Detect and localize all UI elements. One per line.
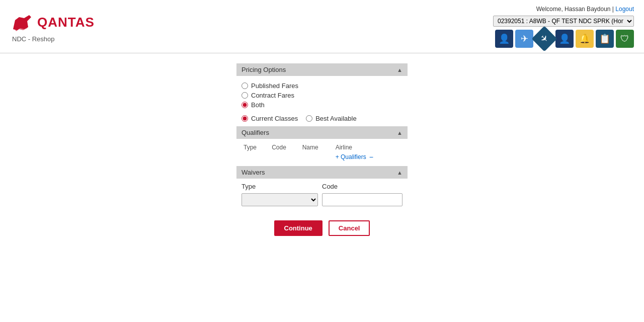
- nav-star-icon[interactable]: ✈: [515, 30, 533, 48]
- waiver-code-input[interactable]: [322, 193, 403, 206]
- nav-person-icon[interactable]: 👤: [495, 30, 513, 48]
- qualifiers-table: Type Code Name Airline + Qualifiers: [242, 143, 403, 162]
- header: QANTAS NDC - Reshop Welcome, Hassan Bayd…: [0, 0, 644, 53]
- header-right: Welcome, Hassan Baydoun | Logout 0239205…: [493, 5, 634, 48]
- contract-fares-radio[interactable]: [242, 92, 248, 99]
- add-qualifier-link[interactable]: + Qualifiers: [336, 153, 366, 160]
- nav-book-icon[interactable]: 📋: [596, 30, 614, 48]
- welcome-text: Welcome, Hassan Baydoun | Logout: [536, 6, 634, 13]
- pricing-options-label: Pricing Options: [242, 66, 286, 73]
- waivers-type-label: Type: [242, 183, 322, 190]
- qualifiers-header[interactable]: Qualifiers ▲: [236, 126, 408, 139]
- current-classes-label: Current Classes: [251, 115, 298, 122]
- current-classes-option[interactable]: Current Classes: [242, 115, 298, 122]
- nav-bell-icon[interactable]: 🔔: [576, 30, 594, 48]
- button-row: Continue Cancel: [236, 220, 408, 236]
- waivers-arrow: ▲: [397, 170, 403, 176]
- nav-person2-icon[interactable]: 👤: [555, 30, 574, 48]
- classes-radio-group: Current Classes Best Available: [242, 115, 403, 122]
- published-fares-label: Published Fares: [251, 82, 298, 90]
- kangaroo-icon: [10, 10, 34, 34]
- pricing-options-header[interactable]: Pricing Options ▲: [236, 63, 408, 76]
- best-available-radio[interactable]: [306, 115, 312, 122]
- logout-link[interactable]: Logout: [615, 6, 634, 13]
- current-classes-radio[interactable]: [242, 115, 248, 122]
- form-container: Pricing Options ▲ Published Fares Contra…: [236, 63, 408, 236]
- both-fares-label: Both: [251, 101, 265, 109]
- continue-button[interactable]: Continue: [274, 220, 323, 236]
- col-airline: Airline: [334, 143, 403, 152]
- waivers-form: Type Code: [242, 183, 403, 206]
- account-select[interactable]: 02392051 : A8WB - QF TEST NDC SPRK (Home…: [493, 16, 634, 27]
- qualifiers-header-row: Type Code Name Airline: [242, 143, 403, 152]
- logo-text: QANTAS: [37, 15, 95, 30]
- both-fares-radio[interactable]: [242, 102, 248, 108]
- waivers-labels: Type Code: [242, 183, 403, 190]
- waivers-header[interactable]: Waivers ▲: [236, 166, 408, 179]
- col-name: Name: [300, 143, 334, 152]
- pricing-options-body: Published Fares Contract Fares Both Curr…: [236, 76, 408, 126]
- published-fares-radio[interactable]: [242, 83, 248, 89]
- qualifiers-actions-row: + Qualifiers −: [242, 152, 403, 162]
- welcome-area: Welcome, Hassan Baydoun | Logout: [536, 5, 634, 13]
- logo-subtitle: NDC - Reshop: [12, 35, 55, 43]
- nav-shield-icon[interactable]: 🛡: [616, 30, 634, 48]
- cancel-button[interactable]: Cancel: [329, 220, 370, 236]
- airline-qualifiers-actions: + Qualifiers −: [334, 152, 403, 162]
- waivers-label: Waivers: [242, 169, 265, 176]
- waiver-type-select[interactable]: [242, 193, 318, 206]
- logo-area: QANTAS NDC - Reshop: [10, 10, 95, 43]
- contract-fares-option[interactable]: Contract Fares: [242, 92, 403, 99]
- both-fares-option[interactable]: Both: [242, 101, 403, 109]
- best-available-option[interactable]: Best Available: [306, 115, 356, 122]
- published-fares-option[interactable]: Published Fares: [242, 82, 403, 90]
- remove-qualifier-link[interactable]: −: [369, 153, 373, 161]
- best-available-label: Best Available: [315, 115, 356, 122]
- fares-radio-group: Published Fares Contract Fares Both: [242, 82, 403, 109]
- nav-plane-icon[interactable]: ✈: [532, 26, 557, 52]
- contract-fares-label: Contract Fares: [251, 92, 294, 99]
- waivers-body: Type Code: [236, 179, 408, 212]
- qualifiers-arrow: ▲: [397, 130, 403, 136]
- qualifiers-label: Qualifiers: [242, 129, 269, 136]
- pricing-options-arrow: ▲: [397, 67, 403, 73]
- qualifiers-body: Type Code Name Airline + Qualifiers: [236, 139, 408, 166]
- col-type: Type: [242, 143, 270, 152]
- main-content: Pricing Options ▲ Published Fares Contra…: [0, 53, 644, 246]
- nav-icons: 👤 ✈ ✈ 👤 🔔 📋 🛡: [495, 30, 634, 48]
- waivers-code-label: Code: [322, 183, 403, 190]
- qantas-logo: QANTAS: [10, 10, 95, 34]
- col-code: Code: [270, 143, 300, 152]
- waivers-inputs: [242, 193, 403, 206]
